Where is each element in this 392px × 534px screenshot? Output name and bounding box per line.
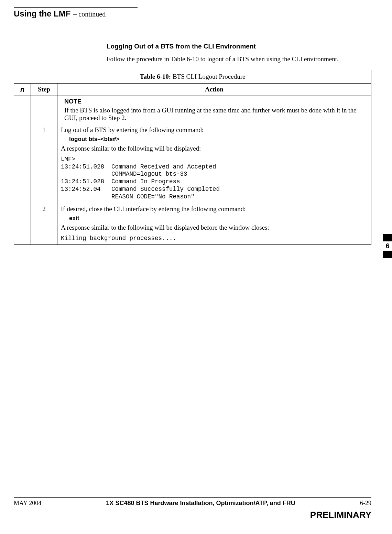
step1-line1: Log out of a BTS by entering the followi… [61,126,368,134]
step2-line1: If desired, close the CLI interface by e… [61,205,368,213]
step-number: 2 [31,203,57,244]
note-text: If the BTS is also logged into from a GU… [64,107,368,122]
step2-output: Killing background processes.... [61,235,368,242]
table-row: 2 If desired, close the CLI interface by… [14,203,371,244]
table-title-cell: Table 6-10: BTS CLI Logout Procedure [14,70,371,83]
running-head-continued: – continued [73,10,106,18]
thumb-tab: 6 [383,234,392,258]
thumb-tab-number: 6 [383,241,392,251]
thumb-tab-block-top [383,234,392,241]
step2-line2: A response similar to the following will… [61,224,368,231]
table-row: 1 Log out of a BTS by entering the follo… [14,124,371,203]
step1-line2: A response similar to the following will… [61,145,368,152]
table-head-check: n [14,83,31,96]
step1-command: logout bts–<bts#> [69,136,368,143]
running-head-title: Using the LMF [14,9,70,19]
table-row: NOTE If the BTS is also logged into from… [14,96,371,124]
table-head-action: Action [57,83,371,96]
running-head: Using the LMF – continued [14,9,371,19]
procedure-table: Table 6-10: BTS CLI Logout Procedure n S… [14,70,371,245]
table-caption: BTS CLI Logout Procedure [171,73,245,80]
note-label: NOTE [64,98,368,105]
step1-output: LMF> 13:24:51.028 Command Received and A… [61,156,368,201]
page-footer: MAY 2004 1X SC480 BTS Hardware Installat… [14,497,371,520]
step-number: 1 [31,124,57,203]
step2-command: exit [69,215,368,222]
footer-preliminary: PRELIMINARY [14,510,371,520]
footer-center: 1X SC480 BTS Hardware Installation, Opti… [106,500,295,507]
table-label: Table 6-10: [140,73,171,80]
section-heading: Logging Out of a BTS from the CLI Enviro… [107,43,371,50]
thumb-tab-block-bottom [383,251,392,258]
section-intro: Follow the procedure in Table 6-10 to lo… [107,55,358,64]
footer-right: 6-29 [360,500,371,507]
footer-left: MAY 2004 [14,500,41,507]
table-head-step: Step [31,83,57,96]
